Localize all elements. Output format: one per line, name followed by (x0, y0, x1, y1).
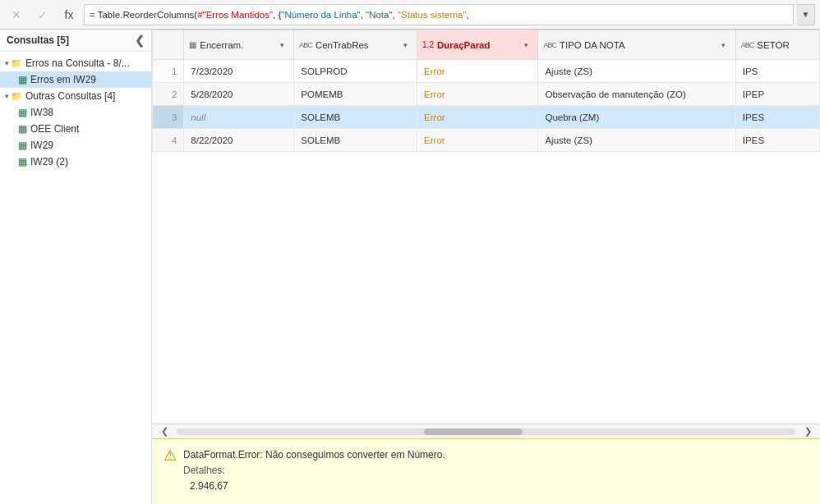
cell-tipo-da-nota: Ajuste (ZS) (538, 129, 735, 152)
sidebar-collapse-button[interactable]: ❮ (135, 34, 145, 46)
table-row[interactable]: 25/28/2020POMEMBErrorObservação de manut… (153, 83, 820, 106)
cell-index: 2 (153, 83, 184, 106)
col-header-index (153, 30, 184, 60)
sidebar-item-iw29-2-label: IW29 (2) (30, 156, 68, 167)
col-tipo-da-nota-filter[interactable]: ▾ (717, 39, 730, 52)
sidebar-item-iw38[interactable]: ▦ IW38 (0, 104, 151, 121)
content-area: ▦ Encerram. ▾ ABC CenTrabRes ▾ (152, 30, 820, 504)
col-type-date-icon: ▦ (189, 40, 196, 49)
cell-centrabres: SOLPROD (294, 60, 417, 83)
cell-duracparad: Error (417, 106, 538, 129)
horizontal-scrollbar[interactable]: ❮ ❯ (152, 424, 820, 438)
cell-encerram: 5/28/2020 (184, 83, 294, 106)
error-panel: ⚠ DataFormat.Error: Não conseguimos conv… (152, 438, 820, 504)
sidebar-title: Consultas [5] (7, 34, 69, 46)
sidebar-item-erros-iw29-label: Erros em IW29 (30, 74, 96, 85)
col-header-tipo-da-nota: ABC TIPO DA NOTA ▾ (538, 30, 735, 60)
sidebar: Consultas [5] ❮ ▾ 📁 Erros na Consulta - … (0, 30, 152, 504)
sidebar-header: Consultas [5] ❮ (0, 30, 151, 52)
col-header-setor: ABC SETOR (735, 30, 819, 60)
cell-setor: IPS (735, 60, 819, 83)
scroll-track[interactable] (177, 428, 795, 435)
cell-setor: IPEP (735, 83, 819, 106)
cell-encerram: 8/22/2020 (184, 129, 294, 152)
cell-tipo-da-nota: Ajuste (ZS) (538, 60, 735, 83)
cancel-button[interactable]: ✕ (5, 4, 28, 25)
chevron-down-icon-2: ▾ (5, 92, 9, 100)
cell-tipo-da-nota: Quebra (ZM) (538, 106, 735, 129)
confirm-button[interactable]: ✓ (31, 4, 54, 25)
table-icon-2: ▦ (18, 107, 27, 118)
col-encerram-label: Encerram. (200, 40, 272, 50)
fx-button[interactable]: fx (58, 4, 81, 25)
col-centrabres-filter[interactable]: ▾ (398, 39, 412, 52)
col-duracparad-label: DuraçParad (437, 40, 516, 50)
cell-setor: IPES (735, 106, 819, 129)
cell-setor: IPES (735, 129, 819, 152)
cell-duracparad: Error (417, 129, 538, 152)
formula-text: = Table.ReorderColumns(#"Erros Mantidos"… (90, 10, 469, 20)
error-details-label: Detalhes: (183, 463, 445, 479)
table-container[interactable]: ▦ Encerram. ▾ ABC CenTrabRes ▾ (152, 30, 820, 424)
col-header-encerram: ▦ Encerram. ▾ (184, 30, 294, 60)
table-row[interactable]: 48/22/2020SOLEMBErrorAjuste (ZS)IPES (153, 129, 820, 152)
col-type-text-icon-3: ABC (741, 41, 754, 49)
col-type-text-icon-2: ABC (543, 41, 556, 49)
sidebar-group-outras-label: Outras Consultas [4] (25, 90, 115, 102)
data-table: ▦ Encerram. ▾ ABC CenTrabRes ▾ (152, 30, 820, 152)
col-setor-label: SETOR (757, 40, 814, 50)
col-centrabres-label: CenTrabRes (316, 40, 395, 50)
error-value: 2.946,67 (183, 479, 445, 494)
scroll-right-button[interactable]: ❯ (799, 424, 817, 439)
col-header-centrabres: ABC CenTrabRes ▾ (294, 30, 417, 60)
table-icon-3: ▦ (18, 123, 27, 135)
table-row[interactable]: 3nullSOLEMBErrorQuebra (ZM)IPES (153, 106, 820, 129)
cell-duracparad: Error (417, 83, 538, 106)
col-tipo-da-nota-label: TIPO DA NOTA (560, 40, 714, 50)
scroll-thumb[interactable] (424, 428, 523, 435)
cell-centrabres: SOLEMB (294, 129, 417, 152)
sidebar-item-iw29-2[interactable]: ▦ IW29 (2) (0, 153, 151, 170)
warning-icon: ⚠ (164, 448, 177, 463)
col-type-number-icon: 1.2 (422, 40, 434, 49)
cell-tipo-da-nota: Observação de manutenção (ZO) (538, 83, 735, 106)
table-row[interactable]: 17/23/2020SOLPRODErrorAjuste (ZS)IPS (153, 60, 820, 83)
chevron-down-icon: ▾ (5, 59, 9, 67)
table-body: 17/23/2020SOLPRODErrorAjuste (ZS)IPS25/2… (153, 60, 820, 152)
sidebar-item-oee[interactable]: ▦ OEE Client (0, 121, 151, 137)
sidebar-item-iw29-label: IW29 (30, 140, 53, 151)
formula-toolbar: ✕ ✓ fx = Table.ReorderColumns(#"Erros Ma… (0, 0, 820, 30)
col-encerram-filter[interactable]: ▾ (275, 39, 288, 52)
sidebar-title-text: Consultas [5] (7, 34, 69, 46)
cell-index: 4 (153, 129, 184, 152)
folder-icon-2: 📁 (11, 91, 22, 102)
folder-icon: 📁 (11, 58, 22, 69)
col-header-duracparad: 1.2 DuraçParad ▾ (417, 30, 538, 60)
sidebar-group-erros-label: Erros na Consulta - 8/... (25, 57, 130, 69)
col-duracparad-filter[interactable]: ▾ (519, 39, 532, 52)
table-icon-5: ▦ (18, 156, 27, 167)
col-type-text-icon-1: ABC (299, 41, 312, 49)
cell-centrabres: SOLEMB (294, 106, 417, 129)
cell-encerram: 7/23/2020 (184, 60, 294, 83)
sidebar-group-outras[interactable]: ▾ 📁 Outras Consultas [4] (0, 88, 151, 104)
sidebar-tree: ▾ 📁 Erros na Consulta - 8/... ▦ Erros em… (0, 52, 151, 504)
sidebar-item-iw29[interactable]: ▦ IW29 (0, 137, 151, 153)
cell-index: 3 (153, 106, 184, 129)
sidebar-item-iw38-label: IW38 (30, 107, 53, 118)
formula-bar[interactable]: = Table.ReorderColumns(#"Erros Mantidos"… (84, 4, 794, 25)
sidebar-item-erros-iw29[interactable]: ▦ Erros em IW29 (0, 71, 151, 88)
sidebar-group-erros[interactable]: ▾ 📁 Erros na Consulta - 8/... (0, 55, 151, 71)
formula-expand-button[interactable]: ▼ (797, 4, 815, 25)
error-title: DataFormat.Error: Não conseguimos conver… (183, 447, 445, 463)
error-text-block: DataFormat.Error: Não conseguimos conver… (183, 447, 445, 495)
cell-centrabres: POMEMB (294, 83, 417, 106)
table-icon: ▦ (18, 74, 27, 85)
table-icon-4: ▦ (18, 140, 27, 151)
sidebar-item-oee-label: OEE Client (30, 123, 79, 135)
scroll-left-button[interactable]: ❮ (155, 424, 173, 439)
table-header-row: ▦ Encerram. ▾ ABC CenTrabRes ▾ (153, 30, 820, 60)
error-panel-header: ⚠ DataFormat.Error: Não conseguimos conv… (164, 447, 808, 495)
main-layout: Consultas [5] ❮ ▾ 📁 Erros na Consulta - … (0, 30, 820, 504)
cell-encerram: null (184, 106, 294, 129)
